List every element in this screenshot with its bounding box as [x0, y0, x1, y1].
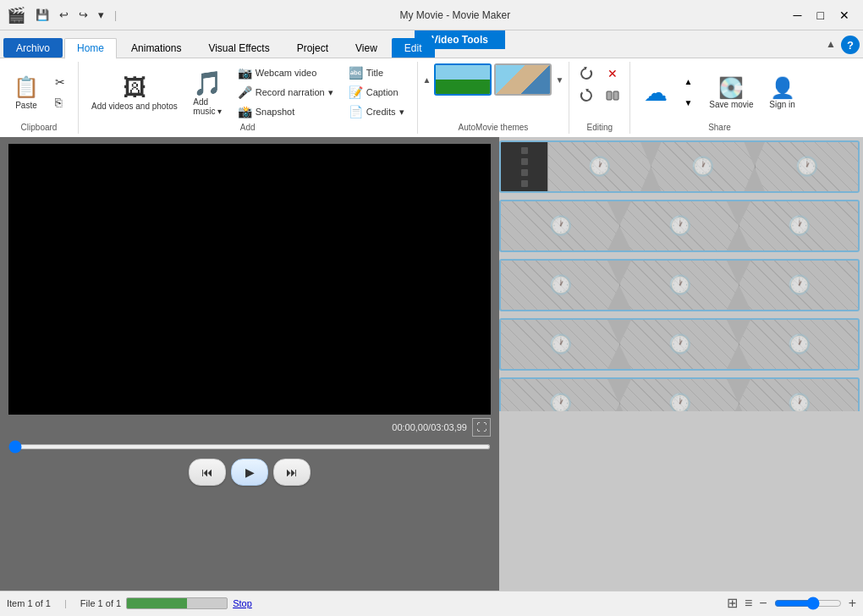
stop-button[interactable]: Stop — [233, 598, 252, 608]
window-controls: ─ □ ✕ — [787, 7, 856, 24]
preview-panel: 00:00,00/03:03,99 ⛶ ⏮ ▶ ⏭ — [0, 137, 499, 591]
themes-scroll-up[interactable]: ▲ — [421, 74, 433, 86]
seek-slider[interactable] — [8, 444, 491, 449]
add-music-button[interactable]: 🎵 Addmusic ▾ — [187, 66, 228, 119]
copy-button[interactable]: ⎘ — [49, 93, 71, 112]
video-preview — [8, 144, 491, 415]
maximize-button[interactable]: □ — [811, 7, 831, 24]
record-narration-button[interactable]: 🎤 Record narration ▾ — [232, 83, 339, 102]
film-strip-2: 🕐 🕐 🕐 — [499, 200, 860, 252]
film-hole — [521, 169, 528, 176]
main-area: 00:00,00/03:03,99 ⛶ ⏮ ▶ ⏭ — [0, 137, 863, 591]
film-strip-3: 🕐 🕐 🕐 — [499, 259, 860, 311]
zoom-slider[interactable] — [774, 597, 842, 610]
snapshot-icon: 📸 — [238, 105, 252, 118]
film-frame: 🕐 — [739, 320, 858, 369]
app-logo: 🎬 — [7, 6, 25, 25]
webcam-video-button[interactable]: 📷 Webcam video — [232, 63, 339, 82]
share-scroll-down[interactable]: ▼ — [676, 93, 700, 113]
time-display: 00:00,00/03:03,99 — [392, 422, 467, 432]
clock-icon: 🕐 — [549, 215, 572, 237]
theme-thumb-beach[interactable] — [494, 63, 552, 96]
clock-icon: 🕐 — [668, 393, 691, 411]
tab-archivo[interactable]: Archivo — [3, 38, 63, 58]
title-button[interactable]: 🔤 Title — [343, 63, 410, 82]
share-scroll-up[interactable]: ▲ — [676, 72, 700, 92]
caption-button[interactable]: 📝 Caption — [343, 83, 410, 102]
save-movie-button[interactable]: 💽 Save movie — [703, 73, 759, 113]
paste-button[interactable]: 📋 Paste — [7, 72, 46, 113]
customize-qat-button[interactable]: ▾ — [95, 7, 107, 23]
editing-label: Editing — [587, 123, 613, 132]
ribbon-group-editing: ✕ E — [569, 62, 630, 134]
film-strip-1: 🕐 🕐 🕐 — [499, 140, 860, 193]
film-frame: 🕐 — [501, 201, 619, 250]
rotate-left-button[interactable] — [574, 63, 598, 84]
credits-button[interactable]: 📄 Credits ▾ — [343, 102, 410, 121]
clock-icon: 🕐 — [549, 274, 572, 296]
split-button[interactable] — [601, 85, 624, 106]
caption-icon: 📝 — [349, 85, 363, 99]
play-icon: ▶ — [245, 465, 255, 479]
play-button[interactable]: ▶ — [231, 459, 268, 486]
cut-icon: ✂ — [55, 75, 65, 89]
tab-edit[interactable]: Edit — [392, 38, 435, 58]
minimize-button[interactable]: ─ — [787, 7, 809, 24]
clock-icon: 🕐 — [691, 156, 714, 178]
cut-button[interactable]: ✂ — [49, 73, 71, 91]
microphone-icon: 🎤 — [238, 85, 252, 99]
film-strip-4: 🕐 🕐 🕐 — [499, 318, 860, 371]
tab-home[interactable]: Home — [64, 38, 117, 59]
automovie-label: AutoMovie themes — [459, 123, 529, 132]
clock-icon: 🕐 — [795, 156, 818, 178]
zoom-out-button[interactable]: − — [759, 596, 767, 611]
sign-in-icon: 👤 — [770, 76, 795, 100]
tab-view[interactable]: View — [343, 38, 390, 58]
file-info: File 1 of 1 — [80, 598, 121, 608]
sign-in-button[interactable]: 👤 Sign in — [763, 73, 802, 113]
film-frame: 🕐 — [547, 142, 651, 191]
themes-scroll-down[interactable]: ▼ — [553, 74, 565, 86]
ribbon-content: 📋 Paste ✂ ⎘ Clipboard 🖼 Add — [0, 58, 863, 137]
title-bar: 🎬 💾 ↩ ↪ ▾ | My Movie - Movie Maker ─ □ ✕ — [0, 0, 863, 30]
save-qat-button[interactable]: 💾 — [32, 7, 52, 23]
rotate-right-button[interactable] — [574, 85, 598, 106]
tab-animations[interactable]: Animations — [118, 38, 194, 58]
close-button[interactable]: ✕ — [833, 7, 856, 24]
undo-qat-button[interactable]: ↩ — [56, 7, 72, 23]
zoom-in-button[interactable]: + — [849, 596, 856, 611]
add-videos-button[interactable]: 🖼 Add videos and photos — [85, 70, 184, 114]
prev-frame-icon: ⏮ — [201, 465, 213, 479]
timeline-scroll[interactable]: 🕐 🕐 🕐 🕐 🕐 — [499, 137, 863, 591]
next-frame-button[interactable]: ⏭ — [273, 459, 311, 486]
status-icon-2[interactable]: ≡ — [745, 596, 752, 611]
share-label: Share — [708, 123, 731, 132]
snapshot-button[interactable]: 📸 Snapshot — [232, 102, 339, 121]
remove-button[interactable]: ✕ — [601, 63, 624, 84]
theme-thumb-sky[interactable] — [434, 63, 492, 96]
expand-preview-button[interactable]: ⛶ — [472, 418, 491, 437]
prev-frame-button[interactable]: ⏮ — [189, 459, 226, 486]
add-music-icon: 🎵 — [193, 69, 223, 97]
title-icon: 🔤 — [349, 66, 363, 80]
clock-icon: 🕐 — [788, 333, 811, 355]
tab-visual-effects[interactable]: Visual Effects — [195, 38, 282, 58]
help-button[interactable]: ? — [841, 36, 860, 54]
ribbon-group-clipboard: 📋 Paste ✂ ⎘ Clipboard — [0, 62, 79, 134]
ribbon-nav-up[interactable]: ▲ — [822, 36, 839, 52]
redo-qat-button[interactable]: ↪ — [75, 7, 91, 23]
status-bar: Item 1 of 1 | File 1 of 1 Stop ⊞ ≡ − + — [0, 591, 863, 614]
app-logo-icon: 🎬 — [7, 6, 25, 25]
film-hole — [521, 180, 528, 187]
ribbon-tabs: Archivo Home Animations Visual Effects P… — [0, 30, 863, 58]
record-narration-arrow: ▾ — [328, 87, 333, 98]
svg-rect-3 — [613, 91, 618, 100]
film-frame: 🕐 — [619, 379, 739, 411]
save-to-cloud-button[interactable]: ☁ — [637, 75, 674, 110]
tab-project[interactable]: Project — [284, 38, 341, 58]
copy-icon: ⎘ — [55, 96, 62, 109]
preview-time: 00:00,00/03:03,99 ⛶ — [8, 418, 491, 437]
file-progress: File 1 of 1 Stop — [80, 597, 252, 609]
status-icon-1[interactable]: ⊞ — [727, 595, 738, 611]
film-frame: 🕐 — [501, 379, 619, 411]
